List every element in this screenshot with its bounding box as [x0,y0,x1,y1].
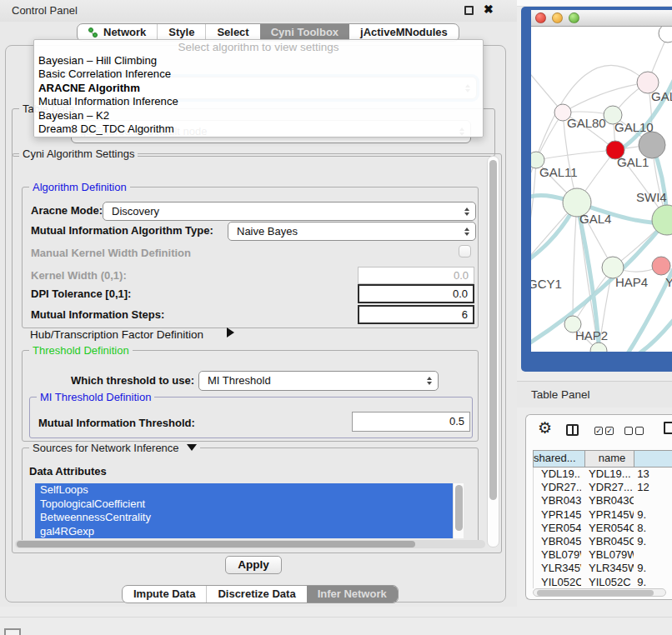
bottom-tab-discretize-data[interactable]: Discretize Data [206,586,306,602]
kernel-width-field[interactable]: 0.0 [358,267,474,284]
close-panel-icon[interactable]: ✖ [484,2,494,16]
scrollbar-thumb[interactable] [537,590,654,596]
network-node-y[interactable] [652,257,670,275]
collapsed-panel-button[interactable] [4,628,21,635]
data-attributes-list: SelfLoopsTopologicalCoefficientBetweenne… [35,483,453,538]
manual-kernel-width-checkbox[interactable] [459,245,471,258]
tab-network[interactable]: Network [78,24,157,41]
algorithm-option[interactable]: ARACNE Algorithm [34,82,483,95]
table-cell: YIL052C [581,576,634,589]
network-node[interactable] [659,27,672,42]
tab-label: Cyni Toolbox [271,24,339,41]
mi-threshold-field[interactable]: 0.5 [352,412,470,432]
select-all-checkboxes-icon[interactable]: ✓✓ [594,427,614,435]
kernel-width-label: Kernel Width (0,1): [31,269,127,282]
network-node[interactable] [590,342,607,352]
attributes-vertical-scrollbar[interactable] [453,483,464,538]
algorithm-option[interactable]: Bayesian – Hill Climbing [34,54,483,68]
aracne-mode-label: Aracne Mode: [31,204,103,217]
settings-vertical-scrollbar[interactable] [487,156,499,548]
table-cell: YDL19... [534,468,581,481]
mi-algorithm-type-combo[interactable]: Naive Bayes [228,222,476,241]
tab-label: Network [103,24,146,41]
table-row[interactable]: YBR043CYBR043C [534,494,672,508]
table-row[interactable]: YIL052CYIL052C9. [534,576,672,589]
table-panel-bar: Table Panel [517,381,672,408]
settings-horizontal-scrollbar[interactable] [15,540,485,548]
apply-button[interactable]: Apply [225,556,282,574]
scrollbar-thumb[interactable] [17,541,415,548]
aracne-mode-combo[interactable]: Discovery [103,202,476,221]
table-row[interactable]: YDR27...YDR27...12 [534,481,672,494]
algorithm-option[interactable]: Dream8 DC_TDC Algorithm [34,122,483,136]
table-cell [634,548,672,562]
expand-arrow-icon[interactable] [227,328,234,338]
scrollbar-thumb[interactable] [455,485,463,531]
tab-label: Discretize Data [218,586,295,602]
table-row[interactable]: YPR145WYPR145W9. [534,508,672,522]
tab-jactivemnodules[interactable]: jActiveMNodules [349,24,459,41]
mi-threshold-definition-group: MI Threshold Definition Mutual Informati… [29,397,473,438]
attribute-list-item[interactable]: TopologicalCoefficient [35,498,453,512]
deselect-all-checkboxes-icon[interactable] [624,427,644,435]
close-traffic-light-icon[interactable] [535,12,546,23]
float-panel-icon[interactable] [464,6,474,15]
network-window-titlebar[interactable] [531,10,672,27]
column-header[interactable]: shared... [534,451,585,467]
table-cell: YBR045C [534,535,581,548]
tab-style[interactable]: Style [157,24,205,41]
algorithm-option[interactable]: Basic Correlation Inference [34,68,483,81]
aracne-mode-value: Discovery [112,202,475,220]
mi-threshold-label: Mutual Information Threshold: [38,417,195,429]
attribute-list-item[interactable]: gal4RGexp [35,525,453,539]
split-columns-icon[interactable] [566,424,579,436]
table-row[interactable]: YDL19...YDL19...13 [534,468,672,481]
tab-label: Select [217,24,248,41]
table-row[interactable]: YER054CYER054C8. [534,522,672,535]
table-cell: YBL079W [534,548,581,562]
mi-steps-field[interactable]: 6 [358,305,474,324]
bottom-tab-impute-data[interactable]: Impute Data [123,586,206,602]
which-threshold-combo[interactable]: MI Threshold [198,371,439,391]
table-panel-title: Table Panel [531,388,590,401]
mi-algorithm-type-value: Naive Bayes [237,222,475,240]
collapse-arrow-icon[interactable] [187,444,197,451]
node-label: GAL11 [539,165,578,179]
combo-stepper-icon [464,222,469,240]
control-panel: Control Panel ✖ NetworkStyleSelectCyni T… [0,0,517,607]
minimize-traffic-light-icon[interactable] [552,12,563,23]
column-header[interactable]: name [585,451,635,467]
table-row[interactable]: YLR345WYLR345W9. [534,562,672,575]
table-horizontal-scrollbar[interactable] [533,588,666,597]
settings-gear-icon[interactable]: ⚙ [538,418,552,438]
tab-label: Infer Network [318,586,387,602]
tab-select[interactable]: Select [205,24,259,41]
zoom-traffic-light-icon[interactable] [569,12,579,23]
bottom-tab-infer-network[interactable]: Infer Network [307,586,398,602]
network-node-swi4[interactable] [652,205,672,235]
dpi-tolerance-field[interactable]: 0.0 [358,284,474,303]
algorithm-option[interactable]: Mutual Information Inference [34,95,483,108]
table-cell: YER054C [534,522,581,535]
table-header-row: shared...name [533,450,672,468]
table-panel-box: ⚙ ✓✓ shared...name YDL19...YDL19...13YDR… [525,414,672,600]
node-label: SWI4 [636,190,667,204]
manual-kernel-width-label: Manual Kernel Width Definition [31,247,191,259]
network-graph: GALGAL80GAL10GAL1GAL11GAL4SWI4GCY1HAP4YH… [531,27,672,352]
attribute-list-item[interactable]: BetweennessCentrality [35,511,453,525]
attribute-list-item[interactable]: SelfLoops [35,483,453,498]
algorithm-option[interactable]: Bayesian – K2 [34,109,483,122]
node-label: GCY1 [531,277,562,291]
column-header[interactable] [634,451,672,467]
network-node[interactable] [639,132,665,158]
table-cell: YBR043C [534,494,581,508]
network-canvas[interactable]: GALGAL80GAL10GAL1GAL11GAL4SWI4GCY1HAP4YH… [531,27,672,352]
table-cell: YBL079W [581,548,634,562]
document-icon[interactable] [664,422,672,434]
tab-cyni-toolbox[interactable]: Cyni Toolbox [260,24,349,41]
scrollbar-thumb[interactable] [489,160,497,500]
table-cell: YIL052C [534,576,581,589]
table-row[interactable]: YBL079WYBL079W [534,548,672,562]
table-row[interactable]: YBR045CYBR045C9. [534,535,672,548]
algorithm-dropdown-list: Bayesian – Hill ClimbingBasic Correlatio… [34,54,483,136]
